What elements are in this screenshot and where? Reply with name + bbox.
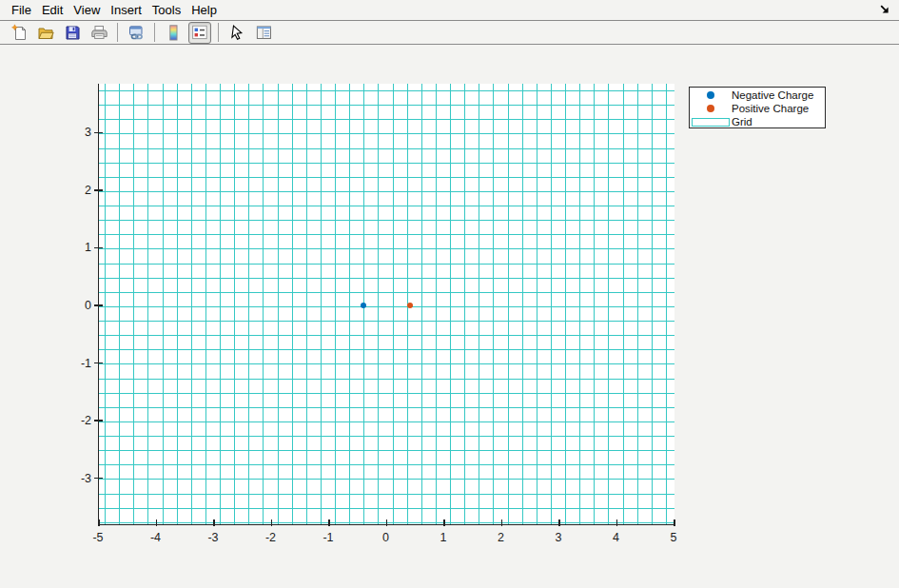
menu-help[interactable]: Help [186, 1, 222, 19]
menu-edit[interactable]: Edit [37, 1, 68, 19]
save-icon [64, 24, 82, 42]
new-figure-button[interactable] [8, 22, 30, 44]
plot-area[interactable] [98, 84, 674, 525]
colorbar-icon [165, 24, 183, 42]
x-tick [328, 519, 329, 526]
edit-plot-button[interactable] [225, 22, 248, 44]
menu-insert[interactable]: Insert [106, 1, 147, 19]
toolbar-separator [117, 23, 118, 42]
y-tick-label: 0 [55, 299, 91, 312]
x-tick [271, 519, 272, 526]
y-tick [94, 132, 103, 133]
legend-entry: Negative Charge [690, 88, 825, 102]
x-tick-label: 2 [480, 531, 522, 544]
new-document-icon [10, 24, 29, 42]
negative-charge-point [361, 303, 366, 308]
link-icon [127, 24, 146, 42]
x-tick-label: 4 [596, 531, 637, 544]
link-plot-button[interactable] [125, 22, 147, 44]
x-tick-label: -5 [77, 531, 119, 544]
x-tick [558, 519, 559, 526]
y-tick [94, 189, 103, 190]
y-tick-label: -3 [55, 472, 91, 485]
open-folder-icon [37, 24, 55, 42]
y-tick [94, 420, 103, 421]
toolbar-separator [154, 23, 155, 42]
insert-colorbar-button[interactable] [162, 22, 185, 44]
menu-tools[interactable]: Tools [147, 1, 186, 19]
x-tick [674, 519, 674, 526]
x-tick [213, 519, 214, 526]
open-file-button[interactable] [34, 22, 57, 44]
legend-dot-marker [707, 105, 714, 112]
x-tick [616, 519, 617, 526]
y-tick [94, 363, 103, 363]
insert-legend-button[interactable] [188, 22, 211, 44]
y-tick [94, 304, 103, 305]
legend-entry-label: Positive Charge [732, 103, 809, 114]
menu-view[interactable]: View [68, 1, 105, 19]
x-tick-label: -4 [135, 531, 177, 544]
x-tick-label: -2 [250, 531, 292, 544]
x-tick-label: -1 [307, 531, 349, 544]
dock-figure-icon[interactable] [878, 3, 891, 16]
toolbar [0, 21, 899, 45]
y-tick-label: -2 [55, 414, 91, 427]
x-tick [443, 519, 444, 526]
x-tick-label: 3 [537, 531, 579, 544]
legend-entry-label: Grid [732, 116, 752, 127]
legend-icon [191, 24, 208, 41]
legend-grid-swatch [692, 118, 730, 127]
y-tick [94, 478, 103, 479]
arrow-cursor-icon [228, 24, 246, 42]
x-tick [98, 519, 99, 526]
y-tick [94, 247, 103, 248]
menu-file[interactable]: File [7, 1, 36, 19]
print-figure-button[interactable] [88, 22, 110, 44]
x-tick-label: 0 [365, 531, 407, 544]
y-tick-label: 3 [55, 126, 91, 139]
property-inspector-button[interactable] [252, 22, 275, 44]
legend-box[interactable]: Negative ChargePositive ChargeGrid [689, 87, 826, 128]
x-tick [501, 519, 502, 526]
y-tick-label: 1 [55, 241, 91, 254]
figure-canvas: Negative ChargePositive ChargeGrid -5-4-… [0, 45, 899, 586]
x-tick-label: 5 [653, 531, 694, 544]
legend-entry: Positive Charge [690, 102, 825, 115]
positive-charge-point [407, 303, 413, 308]
y-tick-label: -1 [55, 357, 91, 370]
legend-entry: Grid [690, 115, 825, 128]
x-tick-label: -3 [192, 531, 234, 544]
save-figure-button[interactable] [61, 22, 84, 44]
toolbar-separator [218, 23, 219, 42]
legend-entry-label: Negative Charge [732, 89, 813, 101]
x-tick-label: 1 [422, 531, 464, 544]
x-tick [386, 519, 387, 526]
legend-dot-marker [707, 91, 714, 99]
x-tick [156, 519, 157, 526]
property-inspector-icon [255, 24, 273, 42]
y-tick-label: 2 [55, 184, 91, 197]
figure-window: File Edit View Insert Tools Help [0, 0, 899, 588]
menu-bar: File Edit View Insert Tools Help [0, 0, 899, 21]
print-icon [90, 24, 108, 42]
